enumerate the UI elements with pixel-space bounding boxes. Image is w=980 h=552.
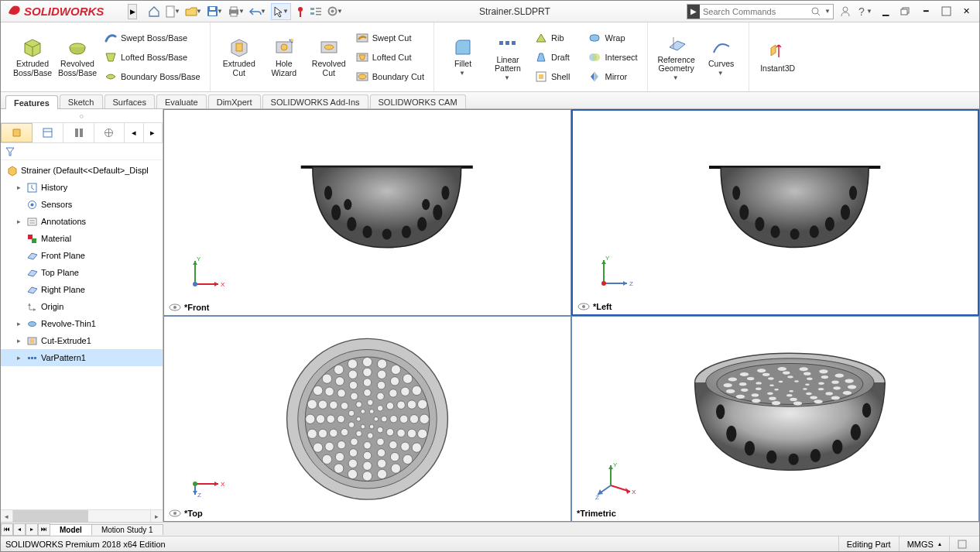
shell-button[interactable]: Shell: [532, 68, 573, 85]
tab-dimxpert[interactable]: DimXpert: [208, 94, 261, 108]
tab-sketch[interactable]: Sketch: [60, 94, 103, 108]
command-search[interactable]: ▶ ▼: [687, 4, 834, 19]
tree-node-right-plane[interactable]: Right Plane: [1, 281, 163, 298]
svg-point-203: [361, 409, 365, 413]
extruded-boss-button[interactable]: Extruded Boss/Base: [10, 33, 55, 81]
open-button[interactable]: ▼: [185, 3, 202, 20]
close-button[interactable]: ✕: [958, 4, 975, 19]
reference-geometry-button[interactable]: Reference Geometry ▼: [654, 29, 699, 85]
quick-access-toolbar: ▼ ▼ ▼ ▼ ▼ ▼ ▼: [148, 3, 343, 20]
boundary-boss-button[interactable]: Boundary Boss/Base: [101, 68, 204, 85]
tree-node-origin[interactable]: Origin: [1, 298, 163, 315]
help-button[interactable]: ?▼: [857, 4, 874, 19]
expand-icon[interactable]: ▸: [15, 354, 22, 362]
linear-pattern-button[interactable]: Linear Pattern ▼: [485, 29, 530, 85]
settings-button[interactable]: ▼: [327, 3, 343, 20]
scroll-left-icon[interactable]: ◂: [1, 510, 13, 522]
svg-point-265: [807, 377, 813, 379]
extrude-icon: [22, 36, 43, 58]
tab-surfaces[interactable]: Surfaces: [105, 94, 155, 108]
tree-node-varpattern1[interactable]: ▸VarPattern1: [1, 349, 163, 366]
tree-node-sensors[interactable]: Sensors: [1, 196, 163, 213]
new-button[interactable]: ▼: [165, 3, 180, 20]
hole-wizard-button[interactable]: Hole Wizard: [262, 33, 307, 81]
first-tab-button[interactable]: ⏮: [1, 523, 13, 536]
more-tabs[interactable]: ▸: [144, 123, 163, 142]
tab-features[interactable]: Features: [5, 95, 58, 109]
swept-cut-button[interactable]: Swept Cut: [353, 29, 427, 46]
extruded-cut-button[interactable]: Extruded Cut: [217, 33, 262, 81]
save-button[interactable]: ▼: [207, 3, 223, 20]
status-icon[interactable]: [949, 537, 975, 551]
undo-button[interactable]: ▼: [249, 3, 266, 20]
expand-icon[interactable]: ▸: [15, 183, 22, 191]
search-input[interactable]: [700, 7, 810, 16]
scroll-right-icon[interactable]: ▸: [150, 510, 163, 522]
tab-evaluate[interactable]: Evaluate: [156, 94, 207, 108]
tree-node-revolve-thin1[interactable]: ▸Revolve-Thin1: [1, 315, 163, 332]
maximize-button[interactable]: [937, 4, 954, 19]
prev-tab-button[interactable]: ◂: [13, 523, 26, 536]
search-run-icon[interactable]: ▶: [687, 5, 700, 19]
svg-point-139: [403, 374, 412, 383]
tree-node-history[interactable]: ▸History: [1, 179, 163, 196]
config-manager-tab[interactable]: [63, 123, 94, 142]
restore-inner-button[interactable]: [897, 4, 914, 19]
instant3d-button[interactable]: Instant3D: [756, 38, 800, 77]
boundary-cut-button[interactable]: Boundary Cut: [353, 68, 427, 85]
home-button[interactable]: [148, 3, 160, 20]
tree-node-front-plane[interactable]: Front Plane: [1, 247, 163, 264]
tree-node-top-plane[interactable]: Top Plane: [1, 264, 163, 281]
svg-point-35: [358, 74, 366, 79]
panel-tab-handle[interactable]: ○: [1, 109, 163, 123]
print-button[interactable]: ▼: [228, 3, 245, 20]
dimxpert-manager-tab[interactable]: [94, 123, 125, 142]
tree-node-annotations[interactable]: ▸Annotations: [1, 213, 163, 230]
viewport-front[interactable]: XY *Front: [163, 109, 571, 316]
search-icon[interactable]: [810, 7, 822, 16]
intersect-button[interactable]: Intersect: [585, 49, 640, 66]
display-manager-tab[interactable]: ◂: [125, 123, 143, 142]
swept-boss-button[interactable]: Swept Boss/Base: [101, 29, 204, 46]
lofted-cut-button[interactable]: Lofted Cut: [353, 49, 427, 66]
viewport-trimetric[interactable]: XYZ *Trimetric: [571, 316, 979, 523]
tab-addins[interactable]: SOLIDWORKS Add-Ins: [262, 94, 368, 108]
fillet-button[interactable]: Fillet ▼: [440, 33, 485, 80]
user-button[interactable]: [837, 4, 854, 19]
last-tab-button[interactable]: ⏭: [38, 523, 50, 536]
tree-node-cut-extrude1[interactable]: ▸Cut-Extrude1: [1, 332, 163, 349]
revolved-boss-button[interactable]: Revolved Boss/Base: [55, 33, 100, 81]
feature-manager-tab[interactable]: [1, 123, 33, 142]
rib-button[interactable]: Rib: [532, 29, 573, 46]
expand-icon[interactable]: ▸: [15, 218, 22, 225]
mirror-button[interactable]: Mirror: [585, 68, 640, 85]
scroll-thumb[interactable]: [13, 510, 88, 522]
expand-icon[interactable]: ▸: [15, 337, 22, 345]
property-manager-tab[interactable]: [33, 123, 63, 142]
wrap-button[interactable]: Wrap: [585, 29, 640, 46]
expand-icon[interactable]: ▸: [15, 320, 22, 327]
revolved-cut-button[interactable]: Revolved Cut: [307, 33, 351, 81]
select-button[interactable]: ▼: [271, 3, 291, 20]
viewport-left[interactable]: ZY *Left: [571, 109, 979, 316]
svg-point-194: [348, 421, 355, 427]
tree-node-material-not-specified-[interactable]: Material: [1, 230, 163, 247]
svg-point-272: [794, 380, 799, 382]
tab-cam[interactable]: SOLIDWORKS CAM: [370, 94, 466, 108]
draft-button[interactable]: Draft: [532, 49, 573, 66]
options-button[interactable]: [310, 3, 322, 20]
units-text[interactable]: MMGS ▴: [899, 537, 949, 551]
panel-h-scrollbar[interactable]: ◂ ▸: [1, 509, 163, 522]
tree-root[interactable]: Strainer (Default<<Default>_Displ: [1, 162, 163, 179]
minimize-inner-button[interactable]: ▁: [877, 4, 894, 19]
next-tab-button[interactable]: ▸: [26, 523, 38, 536]
motion-study-tab[interactable]: Motion Study 1: [91, 524, 163, 535]
viewport-top[interactable]: XZ *Top: [163, 316, 571, 523]
model-tab[interactable]: Model: [50, 524, 92, 535]
minimize-button[interactable]: ━: [917, 4, 934, 19]
curves-button[interactable]: Curves ▼: [699, 33, 744, 80]
logo-dropdown[interactable]: ▶: [128, 4, 137, 19]
rebuild-button[interactable]: [296, 3, 305, 20]
tree-filter[interactable]: [1, 143, 163, 160]
lofted-boss-button[interactable]: Lofted Boss/Base: [101, 49, 204, 66]
